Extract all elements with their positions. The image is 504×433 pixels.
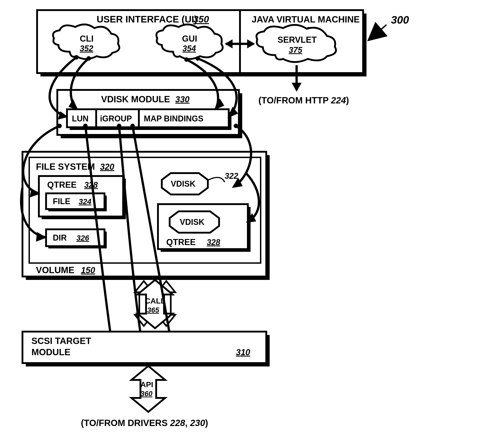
svg-text:JAVA VIRTUAL MACHINE: JAVA VIRTUAL MACHINE <box>252 14 360 24</box>
svg-text:GUI: GUI <box>182 34 197 43</box>
svg-point-74 <box>83 124 88 128</box>
svg-text:CLI: CLI <box>80 34 93 43</box>
svg-text:360: 360 <box>140 390 153 398</box>
scsi-box: SCSI TARGET MODULE 310 <box>22 332 270 367</box>
svg-text:(TO/FROM DRIVERS 228, 230): (TO/FROM DRIVERS 228, 230) <box>81 418 208 428</box>
qtree-box: QTREE 328 FILE 324 <box>39 176 126 219</box>
svg-text:322: 322 <box>225 171 238 181</box>
svg-point-69 <box>234 124 238 128</box>
svg-line-0 <box>371 25 387 38</box>
svg-text:SERVLET: SERVLET <box>278 35 317 45</box>
svg-text:310: 310 <box>236 348 250 357</box>
svg-point-77 <box>117 124 121 128</box>
svg-text:API: API <box>140 380 153 389</box>
svg-text:MODULE: MODULE <box>31 347 70 357</box>
svg-text:352: 352 <box>80 44 93 53</box>
svg-point-30 <box>74 55 79 60</box>
svg-text:350: 350 <box>193 14 209 25</box>
svg-text:320: 320 <box>100 162 114 172</box>
call-arrow: CALL 365 <box>135 280 175 328</box>
svg-text:330: 330 <box>175 95 189 104</box>
svg-point-34 <box>196 56 200 61</box>
svg-text:SCSI   TARGET: SCSI TARGET <box>31 336 91 346</box>
qtree2-box: VDISK QTREE 328 <box>158 204 251 252</box>
svg-text:QTREE: QTREE <box>47 180 77 190</box>
mapbind-cell: MAP BINDINGS <box>144 114 203 123</box>
drivers-note: (TO/FROM DRIVERS 228, 230) <box>81 418 208 428</box>
svg-text:FILE SYSTEM: FILE SYSTEM <box>36 162 95 172</box>
svg-text:VDISK: VDISK <box>180 217 205 227</box>
ref-300: 300 <box>371 14 409 38</box>
svg-text:FILE: FILE <box>53 197 70 206</box>
svg-text:300: 300 <box>391 14 409 26</box>
svg-text:354: 354 <box>182 44 196 53</box>
svg-text:150: 150 <box>81 266 95 275</box>
igroup-cell: iGROUP <box>100 114 132 123</box>
svg-text:VDISK MODULE: VDISK MODULE <box>101 94 170 104</box>
svg-text:(TO/FROM HTTP 224): (TO/FROM HTTP 224) <box>258 95 349 105</box>
svg-point-66 <box>57 124 62 128</box>
svg-text:365: 365 <box>147 306 160 314</box>
svg-text:DIR: DIR <box>53 233 67 242</box>
svg-text:324: 324 <box>79 197 91 206</box>
svg-text:328: 328 <box>207 238 220 247</box>
svg-point-36 <box>184 57 189 62</box>
svg-marker-20 <box>292 83 302 92</box>
svg-point-32 <box>87 56 91 61</box>
svg-text:375: 375 <box>289 46 302 55</box>
diagram: 300 USER INTERFACE (UI) 350 JAVA VIRTUAL… <box>0 0 504 433</box>
lun-cell: LUN <box>72 114 89 123</box>
api-arrow: API 360 <box>131 366 165 412</box>
svg-text:VOLUME: VOLUME <box>36 265 74 275</box>
svg-text:QTREE: QTREE <box>166 237 196 247</box>
svg-point-80 <box>130 124 135 128</box>
svg-text:326: 326 <box>76 234 90 242</box>
svg-text:VDISK: VDISK <box>171 179 196 188</box>
svg-text:USER INTERFACE (UI): USER INTERFACE (UI) <box>97 14 197 25</box>
